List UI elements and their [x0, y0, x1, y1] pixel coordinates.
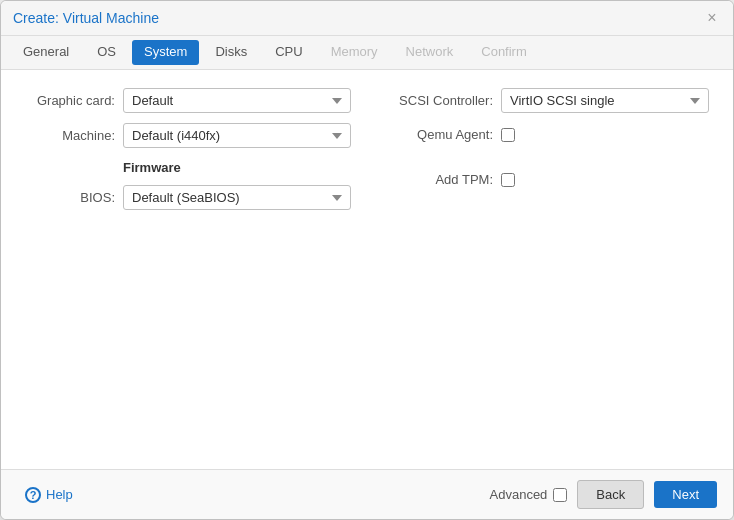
right-column: SCSI Controller: VirtIO SCSI single Qemu… [383, 88, 709, 210]
help-label: Help [46, 487, 73, 502]
create-vm-dialog: Create: Virtual Machine × General OS Sys… [0, 0, 734, 520]
add-tpm-checkbox[interactable] [501, 173, 515, 187]
close-button[interactable]: × [703, 9, 721, 27]
footer-right: Advanced Back Next [490, 480, 717, 509]
add-tpm-row: Add TPM: [383, 172, 709, 187]
tab-cpu[interactable]: CPU [261, 36, 316, 69]
tab-os[interactable]: OS [83, 36, 130, 69]
left-column: Graphic card: Default Machine: Default (… [25, 88, 351, 210]
graphic-card-label: Graphic card: [25, 93, 115, 108]
advanced-row: Advanced [490, 487, 568, 502]
help-button[interactable]: ? Help [17, 483, 81, 507]
tab-confirm: Confirm [467, 36, 541, 69]
tab-bar: General OS System Disks CPU Memory Netwo… [1, 36, 733, 70]
qemu-agent-label: Qemu Agent: [383, 127, 493, 142]
form-content: Graphic card: Default Machine: Default (… [1, 70, 733, 469]
tab-disks[interactable]: Disks [201, 36, 261, 69]
next-button[interactable]: Next [654, 481, 717, 508]
machine-label: Machine: [25, 128, 115, 143]
help-circle-icon: ? [25, 487, 41, 503]
graphic-card-select[interactable]: Default [123, 88, 351, 113]
title-bar: Create: Virtual Machine × [1, 1, 733, 36]
dialog-title: Create: Virtual Machine [13, 10, 159, 26]
machine-row: Machine: Default (i440fx) [25, 123, 351, 148]
firmware-label: Firmware [123, 160, 181, 175]
tab-system[interactable]: System [132, 40, 199, 65]
bios-select[interactable]: Default (SeaBIOS) [123, 185, 351, 210]
footer-left: ? Help [17, 483, 81, 507]
back-button[interactable]: Back [577, 480, 644, 509]
advanced-label: Advanced [490, 487, 548, 502]
advanced-checkbox[interactable] [553, 488, 567, 502]
firmware-row: Firmware [25, 158, 351, 175]
qemu-agent-row: Qemu Agent: [383, 127, 709, 142]
scsi-controller-label: SCSI Controller: [383, 93, 493, 108]
scsi-controller-select[interactable]: VirtIO SCSI single [501, 88, 709, 113]
machine-select[interactable]: Default (i440fx) [123, 123, 351, 148]
add-tpm-label: Add TPM: [383, 172, 493, 187]
scsi-controller-row: SCSI Controller: VirtIO SCSI single [383, 88, 709, 113]
graphic-card-row: Graphic card: Default [25, 88, 351, 113]
tab-general[interactable]: General [9, 36, 83, 69]
bios-label: BIOS: [25, 190, 115, 205]
tab-memory: Memory [317, 36, 392, 69]
footer: ? Help Advanced Back Next [1, 469, 733, 519]
bios-row: BIOS: Default (SeaBIOS) [25, 185, 351, 210]
tab-network: Network [392, 36, 468, 69]
qemu-agent-checkbox[interactable] [501, 128, 515, 142]
